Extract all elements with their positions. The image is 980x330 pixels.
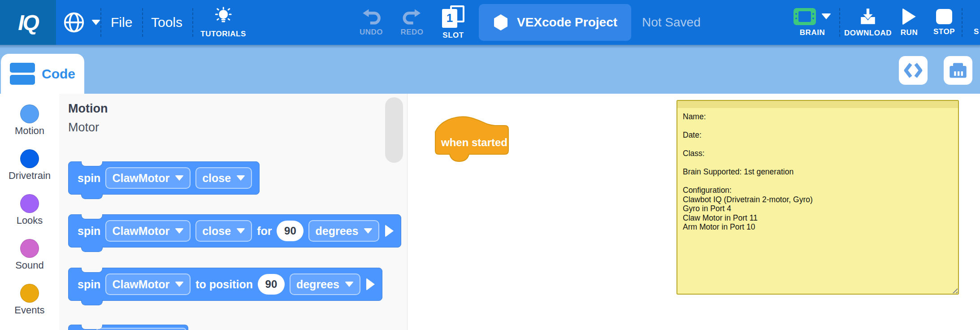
number-input[interactable]: 90	[277, 221, 304, 241]
when-started-block[interactable]: when started	[433, 116, 516, 162]
category-sound-circle[interactable]	[20, 239, 39, 258]
category-looks-label: Looks	[17, 215, 43, 226]
brain-icon-screen	[798, 11, 811, 22]
menu-file-label: File	[111, 15, 132, 30]
palette-subsection-title: Motor	[68, 121, 99, 135]
clipped-toolbar-label[interactable]: S	[974, 27, 979, 36]
toolbar-divider	[839, 8, 840, 37]
category-motion[interactable]: Motion	[15, 104, 44, 137]
units-dropdown[interactable]: degrees	[308, 220, 379, 242]
category-looks-circle[interactable]	[20, 194, 39, 213]
tutorials-label: TUTORIALS	[200, 30, 246, 39]
tutorials-button[interactable]: TUTORIALS	[200, 0, 246, 45]
project-note[interactable]: Name: Date: Class: Brain Supported: 1st …	[676, 100, 959, 295]
stop-icon	[936, 9, 952, 24]
slot-number: 1	[442, 9, 457, 28]
category-events[interactable]: Events	[14, 284, 44, 316]
category-sound-label: Sound	[15, 260, 44, 271]
block-label: spin	[78, 278, 100, 291]
palette-scrollbar-thumb[interactable]	[385, 97, 403, 163]
workspace-canvas[interactable]: when started Name: Date: Class: Brain Su…	[408, 94, 980, 330]
devices-button[interactable]	[944, 56, 972, 85]
run-button[interactable]: RUN	[901, 0, 918, 45]
project-name-label: VEXcode Project	[517, 15, 617, 30]
download-button[interactable]: DOWNLOAD	[844, 0, 892, 45]
dropdown-value: degrees	[315, 225, 358, 238]
redo-label: REDO	[400, 28, 423, 37]
menu-tools-label: Tools	[151, 15, 182, 30]
vexcode-iq-app: IQ File Tools	[0, 0, 980, 330]
download-icon	[859, 8, 877, 26]
code-viewer-button[interactable]	[899, 56, 928, 85]
main-area: Motion Drivetrain Looks Sound Events Mot…	[0, 94, 980, 330]
code-brackets-icon	[903, 61, 923, 80]
iq-logo: IQ	[0, 0, 56, 45]
category-drivetrain[interactable]: Drivetrain	[9, 149, 51, 182]
redo-button[interactable]: REDO	[400, 0, 423, 45]
block-label: spin	[78, 225, 100, 238]
category-looks[interactable]: Looks	[17, 194, 43, 226]
hexagon-icon	[493, 13, 509, 31]
number-input[interactable]: 90	[258, 274, 285, 295]
stop-label: STOP	[933, 27, 955, 36]
chevron-down-icon	[821, 13, 831, 19]
blocks-icon	[10, 63, 35, 85]
expand-arrow-icon[interactable]	[366, 278, 375, 291]
category-events-label: Events	[14, 304, 44, 316]
block-label: spin	[78, 172, 100, 185]
dropdown-value: ClawMotor	[112, 225, 169, 238]
slot-button[interactable]: 1 SLOT	[442, 0, 464, 45]
tab-code[interactable]: Code	[1, 54, 84, 94]
category-drivetrain-circle[interactable]	[20, 149, 39, 168]
palette-section-title: Motion	[68, 102, 108, 116]
category-sound[interactable]: Sound	[15, 239, 44, 271]
block-label: for	[257, 225, 272, 238]
motor-dropdown[interactable]: ClawMotor	[105, 220, 191, 242]
palette-block-partial[interactable]	[68, 325, 188, 330]
hat-block-label: when started	[433, 136, 516, 149]
chevron-down-icon	[236, 228, 245, 234]
palette-block-spin-to-position[interactable]: spin ClawMotor to position 90 degrees	[68, 268, 382, 301]
expand-arrow-icon[interactable]	[385, 225, 394, 237]
direction-dropdown[interactable]: close	[195, 220, 252, 242]
note-drag-handle[interactable]	[677, 101, 958, 108]
save-status: Not Saved	[642, 0, 701, 45]
language-selector[interactable]	[62, 0, 100, 45]
palette-block-spin[interactable]: spin ClawMotor close	[68, 161, 260, 195]
category-motion-circle[interactable]	[20, 104, 39, 123]
brain-label: BRAIN	[800, 28, 825, 37]
project-name-button[interactable]: VEXcode Project	[479, 4, 631, 41]
note-resize-handle[interactable]	[951, 287, 958, 293]
category-drivetrain-label: Drivetrain	[9, 170, 51, 182]
block-palette: Motion Motor spin ClawMotor close spin C…	[59, 94, 408, 330]
motor-dropdown[interactable]: ClawMotor	[105, 274, 191, 295]
chevron-down-icon	[364, 228, 373, 234]
dropdown-value: degrees	[296, 278, 339, 291]
motor-dropdown[interactable]: ClawMotor	[105, 167, 191, 189]
direction-dropdown[interactable]: close	[195, 167, 252, 189]
chevron-down-icon	[175, 282, 184, 287]
chevron-down-icon	[91, 20, 100, 25]
device-port-icon	[948, 61, 968, 80]
palette-block-spin-for[interactable]: spin ClawMotor close for 90 degrees	[68, 214, 401, 248]
toolbar-divider	[192, 8, 193, 37]
brain-button[interactable]: BRAIN	[794, 0, 831, 45]
save-status-label: Not Saved	[642, 15, 701, 30]
toolbar-divider	[100, 8, 101, 37]
undo-icon	[361, 9, 381, 25]
redo-icon	[402, 9, 422, 25]
toolbar-divider	[962, 8, 963, 37]
category-motion-label: Motion	[15, 125, 44, 137]
stop-button[interactable]: STOP	[933, 0, 955, 45]
note-text[interactable]: Name: Date: Class: Brain Supported: 1st …	[677, 108, 958, 236]
block-label: to position	[195, 278, 253, 291]
category-sidebar: Motion Drivetrain Looks Sound Events	[0, 94, 59, 330]
chevron-down-icon	[175, 175, 184, 181]
category-events-circle[interactable]	[20, 284, 39, 303]
undo-button[interactable]: UNDO	[360, 0, 383, 45]
menu-file[interactable]: File	[111, 0, 132, 45]
units-dropdown[interactable]: degrees	[290, 274, 360, 295]
dropdown-field-partial	[96, 328, 186, 330]
menu-tools[interactable]: Tools	[151, 0, 182, 45]
run-label: RUN	[901, 28, 918, 37]
